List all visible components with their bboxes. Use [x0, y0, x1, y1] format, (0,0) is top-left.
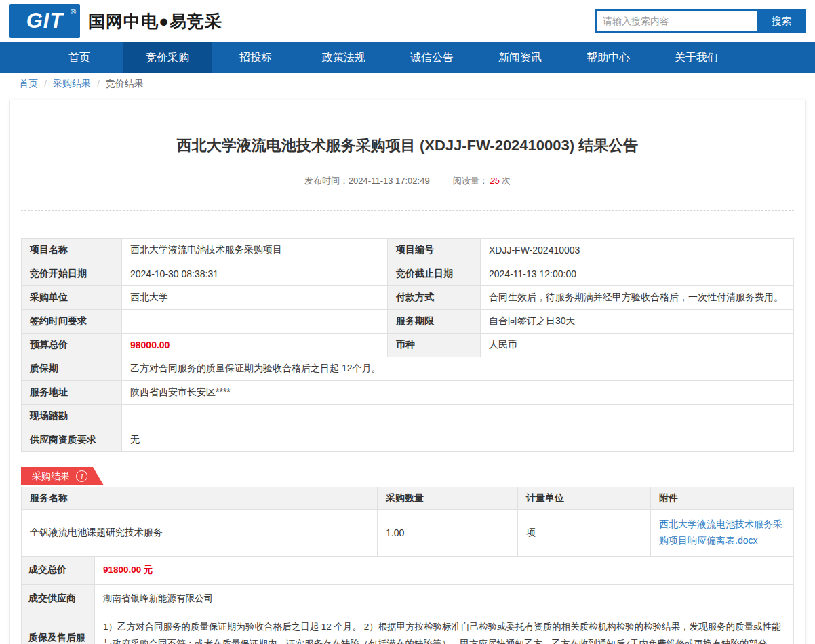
column-header-unit: 计量单位: [518, 487, 651, 510]
search-input[interactable]: [595, 9, 757, 33]
table-row: 质保期 乙方对合同服务的质量保证期为验收合格后之日起 12个月。: [22, 357, 794, 381]
service-name-cell: 全钒液流电池课题研究技术服务: [22, 510, 378, 557]
ribbon-count-badge: 1: [76, 470, 87, 482]
announcement-card: 西北大学液流电池技术服务采购项目 (XDJJ-FW-202410003) 结果公…: [9, 100, 806, 644]
main-nav: 首页 竞价采购 招投标 政策法规 诚信公告 新闻资讯 帮助中心 关于我们: [0, 42, 815, 73]
nav-item-tender[interactable]: 招投标: [212, 42, 300, 73]
field-value: 2024-11-13 12:00:00: [481, 262, 794, 286]
nav-item-home[interactable]: 首页: [35, 42, 123, 73]
field-label: 币种: [388, 334, 481, 357]
field-label: 服务地址: [22, 381, 122, 405]
table-row: 成交总价 91800.00 元: [22, 556, 794, 584]
breadcrumb-separator: /: [44, 79, 47, 89]
field-label: 项目名称: [22, 239, 122, 262]
field-label: 预算总价: [22, 334, 122, 357]
field-label: 服务期限: [388, 310, 481, 334]
table-row: 预算总价 98000.00 币种 人民币: [22, 334, 794, 357]
nav-item-help-center[interactable]: 帮助中心: [564, 42, 652, 73]
field-value: 合同生效后，待服务期满并经甲方验收合格后，一次性付清服务费用。: [481, 286, 794, 310]
nav-item-about-us[interactable]: 关于我们: [652, 42, 740, 73]
field-label: 竞价开始日期: [22, 262, 122, 286]
table-row: 服务地址 陕西省西安市长安区****: [22, 381, 794, 405]
breadcrumb-separator: /: [97, 79, 100, 89]
field-label: 签约时间要求: [22, 310, 122, 334]
field-value: 无: [122, 428, 794, 452]
quantity-cell: 1.00: [378, 510, 518, 557]
unit-cell: 项: [518, 510, 651, 557]
column-header-attachment: 附件: [651, 487, 794, 510]
field-value: [122, 405, 794, 428]
field-label: 成交供应商: [22, 584, 95, 613]
field-label: 现场踏勘: [22, 405, 122, 428]
budget-total-price: 98000.00: [122, 334, 388, 357]
nav-item-news[interactable]: 新闻资讯: [476, 42, 564, 73]
publish-time-value: 2024-11-13 17:02:49: [349, 176, 430, 186]
breadcrumb-current: 竞价结果: [106, 78, 144, 90]
publish-info: 发布时间：2024-11-13 17:02:49阅读量：25次: [21, 175, 794, 187]
table-row: 签约时间要求 服务期限 自合同签订之日30天: [22, 310, 794, 334]
breadcrumb-home-link[interactable]: 首页: [19, 78, 38, 90]
nav-item-policy[interactable]: 政策法规: [300, 42, 388, 73]
breadcrumb: 首页 / 采购结果 / 竞价结果: [0, 73, 815, 96]
site-title: 国网中电●易竞采: [88, 10, 222, 33]
deal-total-price: 91800.00 元: [95, 556, 794, 584]
attachment-link[interactable]: 西北大学液流电池技术服务采购项目响应偏离表.docx: [659, 517, 785, 549]
search-button[interactable]: 搜索: [757, 9, 806, 33]
nav-item-bidding-purchase[interactable]: 竞价采购: [123, 42, 212, 73]
result-summary-table: 成交总价 91800.00 元 成交供应商 湖南省银峰新能源有限公司 质保及售后…: [21, 556, 794, 644]
table-row: 供应商资质要求 无: [22, 428, 794, 452]
table-row: 项目名称 西北大学液流电池技术服务采购项目 项目编号 XDJJ-FW-20241…: [22, 239, 794, 262]
views-label: 阅读量：: [453, 176, 488, 186]
field-value: [122, 310, 388, 334]
purchase-result-ribbon: 采购结果 1: [21, 467, 104, 485]
views-count: 25: [490, 176, 500, 186]
registered-mark-icon: ®: [71, 7, 76, 16]
table-row: 全钒液流电池课题研究技术服务 1.00 项 西北大学液流电池技术服务采购项目响应…: [22, 510, 794, 557]
field-label: 质保及售后服务: [22, 613, 95, 644]
field-label: 付款方式: [388, 286, 481, 310]
field-label: 采购单位: [22, 286, 122, 310]
views-unit: 次: [502, 176, 511, 186]
field-value: XDJJ-FW-202410003: [481, 239, 794, 262]
nav-item-integrity-notice[interactable]: 诚信公告: [388, 42, 476, 73]
field-value: 人民币: [481, 334, 794, 357]
field-value: 自合同签订之日30天: [481, 310, 794, 334]
field-value: 西北大学液流电池技术服务采购项目: [122, 239, 388, 262]
search-group: 搜索: [595, 9, 806, 33]
table-row: 成交供应商 湖南省银峰新能源有限公司: [22, 584, 794, 613]
table-row: 质保及售后服务 1）乙方对合同服务的质量保证期为验收合格后之日起 12 个月。 …: [22, 613, 794, 644]
table-row: 现场踏勘: [22, 405, 794, 428]
field-value: 西北大学: [122, 286, 388, 310]
breadcrumb-purchase-results-link[interactable]: 采购结果: [53, 78, 91, 90]
divider: [21, 210, 794, 211]
logo-text: GIT: [26, 9, 64, 33]
publish-time-label: 发布时间：: [304, 176, 349, 186]
top-header: GIT ® 国网中电●易竞采 搜索: [0, 0, 815, 42]
field-label: 竞价截止日期: [388, 262, 481, 286]
page-title: 西北大学液流电池技术服务采购项目 (XDJJ-FW-202410003) 结果公…: [21, 100, 794, 156]
field-label: 供应商资质要求: [22, 428, 122, 452]
field-label: 成交总价: [22, 556, 95, 584]
purchase-result-table: 服务名称 采购数量 计量单位 附件 全钒液流电池课题研究技术服务 1.00 项 …: [21, 487, 794, 557]
field-label: 项目编号: [388, 239, 481, 262]
attachment-cell: 西北大学液流电池技术服务采购项目响应偏离表.docx: [651, 510, 794, 557]
warranty-after-sales: 1）乙方对合同服务的质量保证期为验收合格后之日起 12 个月。 2）根据甲方按检…: [95, 613, 794, 644]
table-row: 竞价开始日期 2024-10-30 08:38:31 竞价截止日期 2024-1…: [22, 262, 794, 286]
field-value: 陕西省西安市长安区****: [122, 381, 794, 405]
deal-supplier: 湖南省银峰新能源有限公司: [95, 584, 794, 613]
site-logo[interactable]: GIT ®: [9, 4, 80, 38]
field-label: 质保期: [22, 357, 122, 381]
column-header-quantity: 采购数量: [378, 487, 518, 510]
field-value: 2024-10-30 08:38:31: [122, 262, 388, 286]
column-header-service-name: 服务名称: [22, 487, 378, 510]
ribbon-label: 采购结果: [32, 470, 70, 483]
table-header-row: 服务名称 采购数量 计量单位 附件: [22, 487, 794, 510]
field-value: 乙方对合同服务的质量保证期为验收合格后之日起 12个月。: [122, 357, 794, 381]
project-info-table: 项目名称 西北大学液流电池技术服务采购项目 项目编号 XDJJ-FW-20241…: [21, 238, 794, 452]
table-row: 采购单位 西北大学 付款方式 合同生效后，待服务期满并经甲方验收合格后，一次性付…: [22, 286, 794, 310]
